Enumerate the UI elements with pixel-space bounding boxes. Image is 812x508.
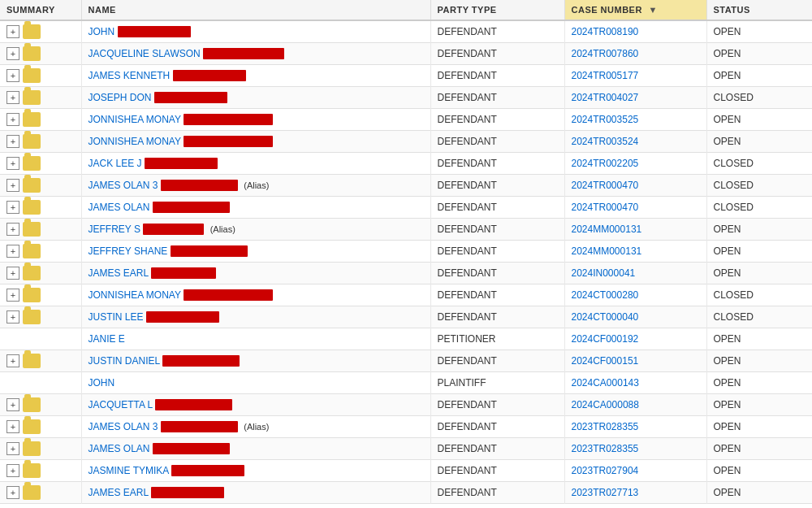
folder-icon[interactable] [23, 222, 41, 237]
name-link[interactable]: JACQUELINE SLAWSON [89, 48, 201, 59]
case-link[interactable]: 2024TR000470 [572, 180, 639, 191]
redacted-block [143, 224, 204, 235]
case-link[interactable]: 2024TR000470 [572, 202, 639, 213]
expand-icon[interactable]: + [6, 25, 19, 38]
name-link[interactable]: JEFFREY S [89, 224, 140, 235]
expand-icon[interactable]: + [6, 486, 19, 499]
case-number-cell: 2024CA000088 [564, 394, 706, 416]
name-link[interactable]: JACQUETTA L [89, 399, 153, 410]
case-link[interactable]: 2024TR005177 [572, 70, 639, 81]
case-link[interactable]: 2024TR007860 [572, 48, 639, 59]
folder-icon[interactable] [23, 419, 41, 434]
status-cell: CLOSED [706, 306, 812, 328]
case-link[interactable]: 2024CT000280 [572, 289, 639, 301]
expand-icon[interactable]: + [6, 398, 19, 411]
status-cell: CLOSED [706, 197, 812, 219]
case-link[interactable]: 2024CF000151 [572, 355, 639, 367]
case-link[interactable]: 2023TR028355 [572, 443, 639, 454]
case-link[interactable]: 2024MM000131 [572, 245, 642, 257]
folder-icon[interactable] [23, 354, 41, 368]
redacted-block [155, 399, 232, 410]
case-link[interactable]: 2024TR004027 [572, 92, 639, 103]
case-number-cell: 2024TR004027 [564, 87, 706, 109]
case-link[interactable]: 2024CA000088 [572, 399, 639, 410]
case-link[interactable]: 2023TR027713 [572, 487, 639, 498]
case-number-cell: 2024TR000470 [564, 175, 706, 197]
case-number-cell: 2024IN000041 [564, 263, 706, 284]
case-link[interactable]: 2024TR008190 [572, 26, 639, 37]
case-link[interactable]: 2024TR002205 [572, 158, 639, 169]
expand-icon[interactable]: + [6, 464, 19, 477]
name-link[interactable]: JONNISHEA MONAY [89, 114, 181, 125]
expand-icon[interactable]: + [6, 310, 19, 323]
name-link[interactable]: JACK LEE J [89, 158, 142, 169]
folder-icon[interactable] [23, 266, 41, 280]
case-number-cell: 2024TR003525 [564, 109, 706, 131]
col-header-name: NAME [81, 0, 430, 20]
name-link[interactable]: JAMES OLAN 3 [89, 180, 158, 191]
folder-icon[interactable] [23, 463, 41, 478]
case-link[interactable]: 2024CA000143 [572, 377, 639, 389]
expand-icon[interactable]: + [6, 420, 19, 433]
folder-icon[interactable] [23, 310, 41, 324]
folder-icon[interactable] [23, 178, 41, 193]
name-link[interactable]: JUSTIN DANIEL [89, 355, 160, 367]
party-cell: DEFENDANT [430, 350, 564, 372]
expand-icon[interactable]: + [6, 91, 19, 104]
folder-icon[interactable] [23, 90, 41, 105]
expand-icon[interactable]: + [6, 201, 19, 214]
name-link[interactable]: JAMES EARL [89, 487, 149, 498]
name-link[interactable]: JONNISHEA MONAY [89, 289, 181, 301]
name-link[interactable]: JAMES EARL [89, 267, 149, 279]
name-link[interactable]: JOHN [89, 377, 115, 389]
folder-icon[interactable] [23, 24, 41, 39]
folder-icon[interactable] [23, 441, 41, 456]
name-link[interactable]: JAMES OLAN [89, 202, 150, 213]
name-link[interactable]: JOSEPH DON [89, 92, 152, 103]
status-cell: OPEN [706, 372, 812, 394]
folder-icon[interactable] [23, 134, 41, 149]
name-link[interactable]: JONNISHEA MONAY [89, 136, 181, 147]
expand-icon[interactable]: + [6, 267, 19, 280]
name-link[interactable]: JOHN [89, 26, 115, 37]
expand-icon[interactable]: + [6, 442, 19, 455]
expand-icon[interactable]: + [6, 179, 19, 192]
folder-icon[interactable] [23, 397, 41, 412]
expand-icon[interactable]: + [6, 69, 19, 82]
case-link[interactable]: 2024MM000131 [572, 224, 642, 235]
case-link[interactable]: 2024TR003524 [572, 136, 639, 147]
folder-icon[interactable] [23, 156, 41, 171]
case-link[interactable]: 2024CT000040 [572, 311, 639, 323]
name-link[interactable]: JEFFREY SHANE [89, 245, 168, 257]
expand-icon[interactable]: + [6, 47, 19, 60]
folder-icon[interactable] [23, 244, 41, 258]
folder-icon[interactable] [23, 288, 41, 302]
name-link[interactable]: JAMES OLAN [89, 443, 150, 454]
folder-icon[interactable] [23, 200, 41, 215]
expand-icon[interactable]: + [6, 223, 19, 236]
folder-icon[interactable] [23, 68, 41, 83]
expand-icon[interactable]: + [6, 135, 19, 148]
summary-cell: + [0, 131, 81, 153]
expand-icon[interactable]: + [6, 354, 19, 367]
expand-icon[interactable]: + [6, 289, 19, 302]
name-link[interactable]: JUSTIN LEE [89, 311, 144, 323]
folder-icon[interactable] [23, 46, 41, 61]
folder-icon[interactable] [23, 485, 41, 500]
folder-icon[interactable] [23, 112, 41, 127]
name-link[interactable]: JAMES KENNETH [89, 70, 171, 81]
case-link[interactable]: 2024IN000041 [572, 267, 636, 279]
name-link[interactable]: JANIE E [89, 333, 125, 345]
expand-icon[interactable]: + [6, 157, 19, 170]
case-link[interactable]: 2024CF000192 [572, 333, 639, 345]
case-link[interactable]: 2023TR028355 [572, 421, 639, 432]
name-cell: JAMES OLAN [81, 197, 430, 219]
name-link[interactable]: JAMES OLAN 3 [89, 421, 158, 432]
col-header-case[interactable]: CASE NUMBER ▼ [564, 0, 706, 20]
case-link[interactable]: 2023TR027904 [572, 465, 639, 476]
expand-icon[interactable]: + [6, 113, 19, 126]
party-cell: DEFENDANT [430, 416, 564, 438]
expand-icon[interactable]: + [6, 245, 19, 258]
case-link[interactable]: 2024TR003525 [572, 114, 639, 125]
name-link[interactable]: JASMINE TYMIKA [89, 465, 169, 476]
